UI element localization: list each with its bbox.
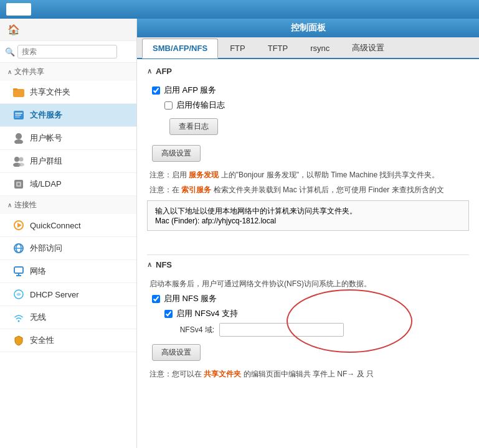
search-input[interactable] <box>17 45 117 58</box>
chevron-down-icon-2: ∧ <box>7 202 12 208</box>
tab-ftp[interactable]: FTP <box>219 39 256 57</box>
enable-transfer-log-label: 启用传输日志 <box>176 100 225 111</box>
domain-ldap-label: 域/LDAP <box>30 179 62 190</box>
enable-nfsv4-checkbox[interactable] <box>164 310 173 318</box>
svg-rect-2 <box>13 88 17 90</box>
nfs-title: NFS <box>156 260 172 269</box>
svg-point-9 <box>14 157 19 162</box>
svg-point-25 <box>18 320 20 322</box>
sidebar-item-file-services[interactable]: 文件服务 <box>0 104 136 127</box>
tab-tftp[interactable]: TFTP <box>257 39 299 57</box>
afp-info-text: 输入以下地址以使用本地网络中的计算机来访问共享文件夹。 <box>155 206 461 217</box>
dhcp-icon <box>12 288 25 301</box>
enable-nfs-checkbox[interactable] <box>152 295 160 303</box>
external-access-icon <box>12 242 25 254</box>
tab-smb-afp-nfs[interactable]: SMB/AFP/NFS <box>142 39 218 58</box>
enable-nfsv4-label: 启用 NFSv4 支持 <box>176 308 238 319</box>
sidebar-item-domain-ldap[interactable]: 域/LDAP <box>0 173 136 196</box>
section-divider <box>147 254 469 255</box>
sidebar-item-external-access[interactable]: 外部访问 <box>0 237 136 260</box>
dhcp-server-label: DHCP Server <box>30 290 79 299</box>
sidebar: 🏠 🔍 ∧ 文件共享 共享文件夹 文件服务 用户 <box>0 19 137 448</box>
service-discovery-link[interactable]: 服务发现 <box>189 170 219 179</box>
search-icon: 🔍 <box>5 47 15 57</box>
afp-title: AFP <box>156 67 172 76</box>
index-service-link[interactable]: 索引服务 <box>181 185 211 194</box>
folder-icon <box>12 86 25 98</box>
enable-afp-label: 启用 AFP 服务 <box>164 85 216 96</box>
sidebar-home-row: 🏠 <box>0 19 136 41</box>
sidebar-item-shared-folder[interactable]: 共享文件夹 <box>0 81 136 104</box>
afp-info-box: 输入以下地址以使用本地网络中的计算机来访问共享文件夹。 Mac (Finder)… <box>147 200 469 231</box>
svg-point-8 <box>14 139 23 144</box>
nfs-note: 注意：您可以在 共享文件夹 的编辑页面中编辑共 享件上 NF→ 及 只 <box>147 368 469 380</box>
sidebar-item-network[interactable]: 网络 <box>0 260 136 283</box>
svg-point-7 <box>16 133 22 139</box>
nfs-advanced-button[interactable]: 高级设置 <box>152 344 201 361</box>
afp-note2: 注意：在 索引服务 检索文件夹并装载到 Mac 计算机后，您可使用 Finder… <box>147 184 469 195</box>
afp-advanced-button[interactable]: 高级设置 <box>152 145 201 162</box>
mac-finder-value: afp://yhjycq-1812.local <box>202 217 276 225</box>
user-icon <box>12 132 25 144</box>
content-scroll: ∧ AFP 启用 AFP 服务 启用传输日志 查看日志 高级设置 <box>137 59 479 448</box>
home-icon[interactable]: 🏠 <box>7 24 20 35</box>
svg-rect-21 <box>14 267 23 273</box>
afp-note1: 注意：启用 服务发现 上的"Bonjour 服务发现"，以帮助 Time Mac… <box>147 169 469 180</box>
nfsv4-domain-row: NFSv4 域: <box>164 323 469 337</box>
svg-rect-6 <box>15 116 20 118</box>
logo <box>6 3 31 16</box>
shared-folder-link[interactable]: 共享文件夹 <box>204 370 241 378</box>
tab-advanced[interactable]: 高级设置 <box>341 37 395 58</box>
sidebar-item-quickconnect[interactable]: QuickConnect <box>0 214 136 237</box>
sidebar-section-connectivity[interactable]: ∧ 连接性 <box>0 196 136 214</box>
nfsv4-domain-label: NFSv4 域: <box>164 325 214 335</box>
nfs-chevron-icon: ∧ <box>147 261 152 269</box>
mac-finder-row: Mac (Finder): afp://yhjycq-1812.local <box>155 217 461 225</box>
domain-icon <box>12 178 25 190</box>
svg-rect-4 <box>15 113 22 114</box>
top-bar <box>0 0 479 19</box>
nfs-description: 启动本服务后，用户可通过网络文件协议(NFS)访问系统上的数据。 <box>147 278 469 289</box>
security-icon <box>12 334 25 347</box>
sidebar-item-security[interactable]: 安全性 <box>0 329 136 352</box>
user-account-label: 用户帐号 <box>30 133 62 144</box>
wireless-icon <box>12 311 25 324</box>
enable-nfsv4-row: 启用 NFSv4 支持 <box>147 308 469 319</box>
enable-afp-checkbox[interactable] <box>152 86 160 95</box>
view-log-button[interactable]: 查看日志 <box>169 118 218 135</box>
sidebar-search-container: 🔍 <box>0 41 136 63</box>
sidebar-item-user-account[interactable]: 用户帐号 <box>0 127 136 150</box>
tabs-bar: SMB/AFP/NFS FTP TFTP rsync 高级设置 <box>137 37 479 59</box>
svg-point-11 <box>19 157 24 162</box>
file-services-icon <box>12 109 25 121</box>
enable-nfs-row: 启用 NFS 服务 <box>147 293 469 304</box>
nfs-section: ∧ NFS 启动本服务后，用户可通过网络文件协议(NFS)访问系统上的数据。 启… <box>147 260 469 390</box>
sidebar-section-file-share[interactable]: ∧ 文件共享 <box>0 63 136 81</box>
enable-transfer-log-checkbox[interactable] <box>164 101 173 110</box>
user-group-icon <box>12 155 25 167</box>
quickconnect-label: QuickConnect <box>30 221 81 230</box>
content-area: 控制面板 SMB/AFP/NFS FTP TFTP rsync 高级设置 ∧ A… <box>137 19 479 448</box>
connectivity-section-label: 连接性 <box>14 200 37 210</box>
content-header: 控制面板 <box>137 19 479 37</box>
svg-marker-17 <box>17 223 22 228</box>
network-label: 网络 <box>30 266 46 277</box>
enable-afp-row: 启用 AFP 服务 <box>147 85 469 96</box>
afp-chevron-icon: ∧ <box>147 67 152 75</box>
svg-rect-5 <box>15 114 21 116</box>
tab-rsync[interactable]: rsync <box>300 39 340 57</box>
sidebar-item-dhcp-server[interactable]: DHCP Server <box>0 283 136 306</box>
enable-nfs-label: 启用 NFS 服务 <box>164 293 217 304</box>
nfsv4-domain-input[interactable] <box>219 323 344 337</box>
network-icon <box>12 265 25 278</box>
mac-finder-label: Mac (Finder): <box>155 217 199 225</box>
sidebar-item-wireless[interactable]: 无线 <box>0 306 136 329</box>
external-access-label: 外部访问 <box>30 243 62 254</box>
chevron-down-icon: ∧ <box>7 68 12 75</box>
svg-point-12 <box>18 163 24 167</box>
file-services-label: 文件服务 <box>30 110 62 121</box>
enable-transfer-log-row: 启用传输日志 <box>147 100 469 111</box>
security-label: 安全性 <box>30 335 54 346</box>
sidebar-item-user-group[interactable]: 用户群组 <box>0 150 136 173</box>
quickconnect-icon <box>12 219 25 231</box>
